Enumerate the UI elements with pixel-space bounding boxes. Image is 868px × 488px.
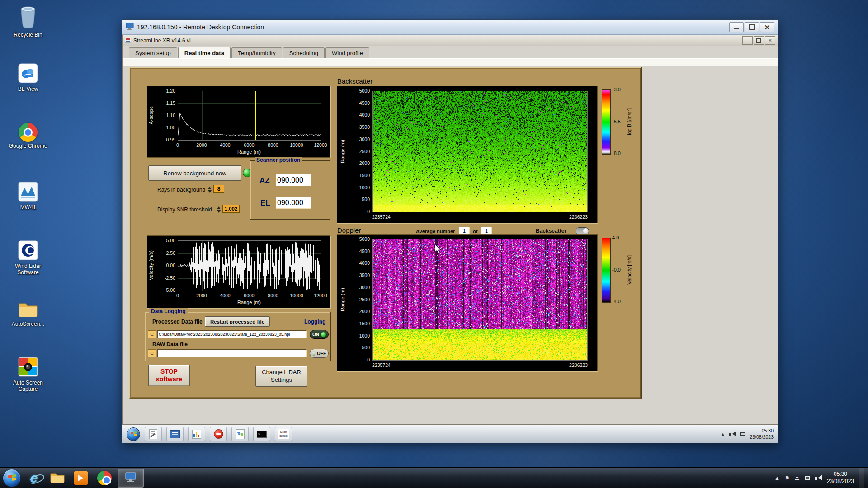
desktop-icon-mw41[interactable]: MW41 [6,182,50,211]
remote-clock[interactable]: 05:30 23/08/2023 [750,428,774,440]
remote-volume-icon[interactable] [729,430,736,438]
taskbar-media-player-button[interactable] [71,469,91,487]
axis-tick: -2.50 [156,275,175,281]
restart-processed-file-button[interactable]: Restart processed file [205,316,270,327]
remote-app-notes-icon[interactable] [145,427,162,441]
velocity-xlabel: Range (m) [178,300,321,305]
axis-tick: 1.10 [156,113,175,118]
az-value-field[interactable] [276,174,311,186]
front-panel: Backscatter A-scope 1.20 1.15 1.10 1.05 … [129,67,641,399]
desktop-icon-autoscreen-folder[interactable]: AutoScreen... [6,299,50,328]
el-value-field[interactable] [276,197,311,209]
scanner-position-title: Scanner position [255,157,302,163]
axis-tick: 8000 [263,293,283,298]
change-lidar-settings-button[interactable]: Change LiDAR Settings [255,366,307,387]
desktop-icon-google-chrome[interactable]: Google Chrome [6,123,50,150]
processed-path-field[interactable] [157,330,307,338]
remote-network-icon[interactable] [740,432,745,436]
az-label: AZ [259,176,270,185]
remote-start-button[interactable] [127,427,140,441]
desktop-icon-recycle-bin[interactable]: Recycle Bin [6,5,50,38]
axis-tick: 3500 [350,272,370,278]
taskbar-explorer-button[interactable] [47,469,68,487]
axis-tick: 6000 [239,293,259,298]
remote-app-console-icon[interactable]: >_ [253,427,270,441]
remote-app-scan-sched-icon[interactable]: Scan sched [275,427,292,441]
desktop-icon-auto-screen-capture[interactable]: Auto Screen Capture [6,357,50,393]
remote-hidden-icons-arrow[interactable]: ▲ [721,432,726,437]
axis-tick: 1.20 [156,88,175,94]
chrome-icon [19,123,38,142]
tab-temp-humidity[interactable]: Temp/humidity [231,47,282,58]
backscatter-map-block: Range (m) 5000 4500 4000 3500 3000 2500 … [337,86,598,223]
axis-tick: 3000 [350,285,370,290]
remote-app-xr-icon[interactable]: ⇅ [231,427,249,441]
drive-icon[interactable]: C [148,330,156,338]
bl-view-icon [18,63,38,85]
remote-app-stop-icon[interactable] [210,427,227,441]
backscatter-heatmap[interactable] [372,91,588,212]
windows-flag-icon [131,431,137,437]
desktop-icon-bl-view[interactable]: BL-View [6,63,50,93]
minimize-icon [745,39,750,42]
axis-tick: 3500 [350,124,370,130]
ascope-plot[interactable] [178,91,321,141]
show-desktop-button[interactable] [859,468,864,488]
tab-system-setup[interactable]: System setup [129,47,177,58]
taskbar: e ▲ ⚑ ⏏ 05:30 23/08/2023 [0,467,868,488]
hidden-icons-arrow[interactable]: ▲ [774,475,780,481]
taskbar-rdp-button[interactable] [118,469,144,488]
snr-value[interactable]: 1.002 [222,205,240,213]
minimize-icon [734,25,739,29]
app-minimize-button[interactable] [742,36,753,45]
tab-scheduling[interactable]: Scheduling [283,47,325,58]
rdp-close-button[interactable]: ✕ [760,22,774,32]
rdp-minimize-button[interactable] [729,22,744,32]
action-center-flag-icon[interactable]: ⚑ [785,475,790,481]
app-restore-button[interactable] [754,36,764,45]
axis-tick: 0.99 [156,137,175,142]
tab-page-edge [123,58,778,66]
app-titlebar[interactable]: StreamLine XR v14-6.vi ✕ [123,35,778,46]
axis-tick: 3000 [350,136,370,142]
backscatter-ylabel: Range (m) [340,140,345,163]
remote-app-blue-grid-icon[interactable] [166,427,184,441]
start-button[interactable] [3,469,21,487]
doppler-heatmap[interactable] [372,239,588,361]
app-close-button[interactable]: ✕ [765,36,775,45]
taskbar-chrome-button[interactable] [94,469,115,487]
axis-tick: 500 [350,345,370,350]
desktop-icon-wind-lidar[interactable]: Wind Lidar Software [6,240,50,276]
snr-stepper[interactable] [216,205,221,215]
rdp-titlebar[interactable]: 192.168.0.150 - Remote Desktop Connectio… [122,20,778,35]
axis-tick: 12000 [311,142,330,148]
rays-value[interactable]: 8 [213,185,224,193]
raw-off-toggle[interactable]: OFF [310,349,329,358]
rdp-maximize-button[interactable] [745,22,759,32]
time-start: 2235724 [372,362,391,368]
backscatter-section-label: Backscatter [337,77,373,85]
app-window-title: StreamLine XR v14-6.vi [133,38,741,44]
remote-app-chart-icon[interactable] [188,427,205,441]
eject-icon[interactable]: ⏏ [795,475,800,481]
taskbar-ie-button[interactable]: e [24,469,44,487]
drive-icon[interactable]: C [148,349,156,357]
doppler-section-label: Doppler [337,226,361,234]
velocity-plot[interactable] [178,240,321,291]
renew-background-button[interactable]: Renew background now [148,165,241,181]
rays-in-background-label: Rays in background [157,187,205,193]
remote-clock-date: 23/08/2023 [750,434,774,440]
tab-real-time-data[interactable]: Real time data [178,47,231,58]
remote-tray: ▲ 05:30 23/08/2023 [721,428,774,440]
raw-path-field[interactable] [157,349,307,357]
logging-on-toggle[interactable]: ON [310,330,329,339]
tab-wind-profile[interactable]: Wind profile [326,47,369,58]
axis-tick: 0 [168,293,188,298]
taskbar-clock[interactable]: 05:30 23/08/2023 [827,471,854,485]
time-start: 2235724 [372,214,391,220]
network-icon[interactable] [805,474,810,482]
velocity-ylabel: Velocity (m/s) [148,250,154,280]
stop-software-button[interactable]: STOP software [148,365,190,386]
volume-icon[interactable] [815,474,822,482]
rays-stepper[interactable] [207,185,212,195]
